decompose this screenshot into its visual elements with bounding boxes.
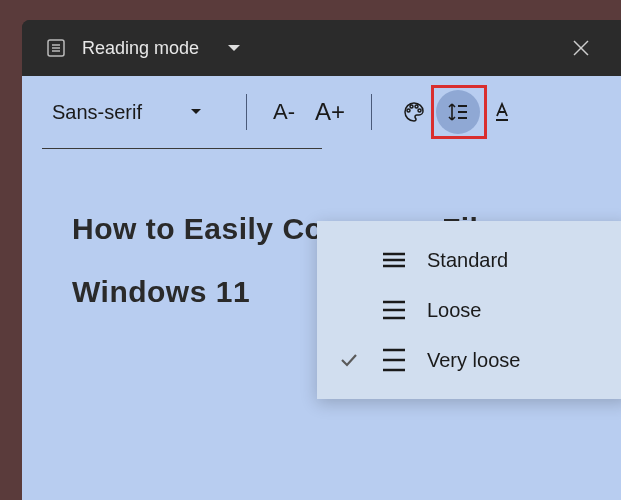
- line-spacing-icon: [447, 101, 469, 123]
- spacing-loose-icon: [381, 299, 407, 321]
- reading-mode-icon: [46, 38, 66, 58]
- divider: [246, 94, 247, 130]
- spacing-standard-icon: [381, 251, 407, 269]
- app-window: Reading mode Sans-serif A- A+: [22, 20, 621, 500]
- line-spacing-button[interactable]: [436, 90, 480, 134]
- chevron-down-icon: [190, 108, 202, 116]
- menu-item-label: Very loose: [427, 349, 520, 372]
- menu-item-standard[interactable]: Standard: [317, 235, 621, 285]
- font-family-select[interactable]: Sans-serif: [52, 101, 226, 124]
- theme-button[interactable]: [392, 90, 436, 134]
- text-format-button[interactable]: [480, 90, 524, 134]
- spacing-very-loose-icon: [381, 347, 407, 373]
- mode-dropdown-button[interactable]: [227, 43, 241, 53]
- menu-item-label: Loose: [427, 299, 482, 322]
- menu-item-label: Standard: [427, 249, 508, 272]
- font-decrease-button[interactable]: A-: [267, 90, 301, 134]
- reading-toolbar: Sans-serif A- A+: [22, 76, 621, 148]
- menu-item-very-loose[interactable]: Very loose: [317, 335, 621, 385]
- close-button[interactable]: [565, 32, 597, 64]
- divider: [371, 94, 372, 130]
- text-underline-icon: [491, 101, 513, 123]
- line-spacing-menu: Standard Loose: [317, 221, 621, 399]
- palette-icon: [402, 100, 426, 124]
- font-family-label: Sans-serif: [52, 101, 142, 124]
- check-icon: [337, 352, 361, 368]
- title-mode-label: Reading mode: [82, 38, 199, 59]
- font-increase-button[interactable]: A+: [309, 90, 351, 134]
- content-area: Sans-serif A- A+: [22, 76, 621, 500]
- titlebar: Reading mode: [22, 20, 621, 76]
- menu-item-loose[interactable]: Loose: [317, 285, 621, 335]
